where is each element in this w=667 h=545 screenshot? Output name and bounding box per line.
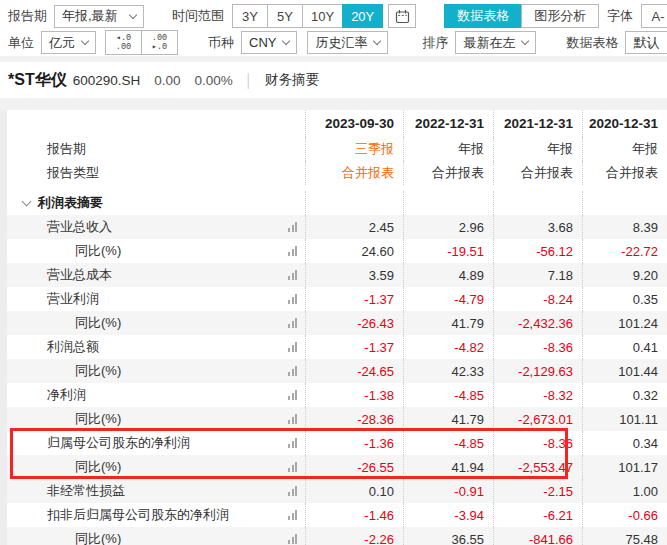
table-row[interactable]: 非经常性损益0.10-0.91-2.151.00 xyxy=(7,479,667,503)
mini-bar-chart-icon[interactable] xyxy=(288,246,297,256)
stock-name: *ST华仪 xyxy=(8,70,67,91)
table-date-header-row: 2023-09-302022-12-312021-12-312020-12-31 xyxy=(7,110,667,137)
currency-label: 币种 xyxy=(208,34,234,52)
mini-bar-chart-icon[interactable] xyxy=(288,510,297,520)
calendar-button[interactable] xyxy=(388,4,416,28)
cell-value: 9.20 xyxy=(582,263,667,287)
cell-value: -2,673.01 xyxy=(493,407,582,431)
cell-value: 41.79 xyxy=(403,311,493,335)
row-label: 营业利润 xyxy=(47,290,99,308)
sort-select[interactable]: 最新在左 xyxy=(455,31,536,54)
time-range-10y-button[interactable]: 10Y xyxy=(302,4,343,28)
table-row[interactable]: 同比(%)-26.5541.94-2,553.47101.17 xyxy=(7,455,667,479)
cell-value: 4.89 xyxy=(403,263,493,287)
time-range-label: 时间范围 xyxy=(172,7,224,25)
mini-bar-chart-icon[interactable] xyxy=(288,318,297,328)
mini-bar-chart-icon[interactable] xyxy=(288,414,297,424)
toolbar-row-2: 单位 亿元 ◂.0 .00 .00 ▸.0 币种 CNY 历史汇率 排序 最新在… xyxy=(0,29,667,56)
cell-value: -1.37 xyxy=(305,287,403,311)
cell-value: -24.65 xyxy=(305,359,403,383)
cell-value: 合并报表 xyxy=(493,161,582,185)
view-table-button[interactable]: 数据表格 xyxy=(444,4,522,28)
table-meta-row: 报告期三季报年报年报年报 xyxy=(7,137,667,161)
stock-header: *ST华仪 600290.SH 0.00 0.00% │ 财务摘要 xyxy=(0,62,667,98)
table-row[interactable]: 同比(%)-2.2636.55-841.6675.48 xyxy=(7,527,667,545)
cell-value: -2,129.63 xyxy=(493,359,582,383)
cell-value: -841.66 xyxy=(493,527,582,545)
chevron-down-icon xyxy=(282,37,290,45)
cell-value: -0.66 xyxy=(582,503,667,527)
chevron-down-icon xyxy=(22,196,32,206)
time-range-5y-button[interactable]: 5Y xyxy=(267,4,303,28)
table-row[interactable]: 同比(%)-26.4341.79-2,432.36101.24 xyxy=(7,311,667,335)
section-title: 利润表摘要 xyxy=(38,194,103,212)
fx-rate-value: 历史汇率 xyxy=(315,34,367,52)
table-row[interactable]: 同比(%)24.60-19.51-56.12-22.72 xyxy=(7,239,667,263)
cell-value: -0.91 xyxy=(403,479,493,503)
row-label-cell: 同比(%) xyxy=(7,359,305,383)
currency-select[interactable]: CNY xyxy=(241,31,297,54)
panel-left-strip xyxy=(0,110,7,545)
cell-value: 1.00 xyxy=(582,479,667,503)
cell-value: 年报 xyxy=(582,137,667,161)
unit-select[interactable]: 亿元 xyxy=(41,31,96,54)
font-smaller-button[interactable]: A- xyxy=(641,4,667,28)
divider-band xyxy=(0,98,667,110)
table-row[interactable]: 净利润-1.38-4.85-8.320.32 xyxy=(7,383,667,407)
fx-rate-select[interactable]: 历史汇率 xyxy=(307,31,388,54)
row-label-cell: 同比(%) xyxy=(7,311,305,335)
row-label: 净利润 xyxy=(47,386,86,404)
increase-decimals-button[interactable]: .00 ▸.0 xyxy=(141,30,178,55)
cell-value: -28.36 xyxy=(305,407,403,431)
table-row[interactable]: 归属母公司股东的净利润-1.36-4.85-8.360.34 xyxy=(7,431,667,455)
cell-value: -2.26 xyxy=(305,527,403,545)
divider: │ xyxy=(245,73,253,88)
table-row[interactable]: 营业总成本3.594.897.189.20 xyxy=(7,263,667,287)
mini-bar-chart-icon[interactable] xyxy=(288,294,297,304)
table-row[interactable]: 利润总额-1.37-4.82-8.360.41 xyxy=(7,335,667,359)
chevron-down-icon xyxy=(373,37,381,45)
cell-value: -8.32 xyxy=(493,383,582,407)
mini-bar-chart-icon[interactable] xyxy=(288,366,297,376)
cell-value: 年报 xyxy=(493,137,582,161)
cell-value: 0.35 xyxy=(582,287,667,311)
mini-bar-chart-icon[interactable] xyxy=(288,270,297,280)
font-label: 字体 xyxy=(607,7,633,25)
cell-value: 合并报表 xyxy=(582,161,667,185)
chevron-down-icon xyxy=(81,37,89,45)
financial-table: 2023-09-302022-12-312021-12-312020-12-31… xyxy=(7,110,667,545)
table-row[interactable]: 营业总收入2.452.963.688.39 xyxy=(7,215,667,239)
row-label: 归属母公司股东的净利润 xyxy=(47,434,190,452)
cell-value: -8.36 xyxy=(493,431,582,455)
view-chart-button[interactable]: 图形分析 xyxy=(521,4,599,28)
date-column-header: 2022-12-31 xyxy=(403,110,493,137)
mini-bar-chart-icon[interactable] xyxy=(288,462,297,472)
section-row-income-statement[interactable]: 利润表摘要 xyxy=(7,191,667,215)
report-period-select[interactable]: 年报,最新 xyxy=(54,5,144,28)
cell-value: -2,432.36 xyxy=(493,311,582,335)
row-label: 营业总成本 xyxy=(47,266,112,284)
row-label: 同比(%) xyxy=(75,362,121,380)
cell-value: -4.79 xyxy=(403,287,493,311)
tab-financial-summary[interactable]: 财务摘要 xyxy=(265,71,319,89)
mini-bar-chart-icon[interactable] xyxy=(288,222,297,232)
mini-bar-chart-icon[interactable] xyxy=(288,486,297,496)
table-row[interactable]: 同比(%)-28.3641.79-2,673.01101.11 xyxy=(7,407,667,431)
table-row[interactable]: 同比(%)-24.6542.33-2,129.63101.44 xyxy=(7,359,667,383)
row-label-cell: 同比(%) xyxy=(7,239,305,263)
table-row[interactable]: 营业利润-1.37-4.79-8.240.35 xyxy=(7,287,667,311)
financial-table-panel: 2023-09-302022-12-312021-12-312020-12-31… xyxy=(0,110,667,545)
time-range-segmented: 3Y5Y10Y20Y xyxy=(232,4,383,28)
cell-value: 41.94 xyxy=(403,455,493,479)
table-style-select[interactable]: 默认 xyxy=(625,31,667,54)
table-row[interactable]: 扣非后归属母公司股东的净利润-1.46-3.94-6.21-0.66 xyxy=(7,503,667,527)
time-range-20y-button[interactable]: 20Y xyxy=(342,4,383,28)
cell-value: -2.15 xyxy=(493,479,582,503)
cell-value: -2,553.47 xyxy=(493,455,582,479)
mini-bar-chart-icon[interactable] xyxy=(288,390,297,400)
time-range-3y-button[interactable]: 3Y xyxy=(232,4,268,28)
mini-bar-chart-icon[interactable] xyxy=(288,534,297,544)
decrease-decimals-button[interactable]: ◂.0 .00 xyxy=(105,30,142,55)
mini-bar-chart-icon[interactable] xyxy=(288,438,297,448)
mini-bar-chart-icon[interactable] xyxy=(288,342,297,352)
